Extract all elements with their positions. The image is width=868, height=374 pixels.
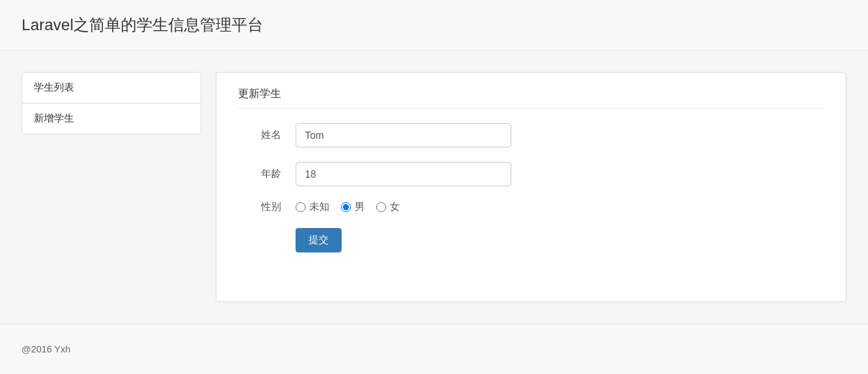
age-label: 年龄	[238, 168, 296, 181]
footer-copyright: @2016 Yxh	[22, 344, 70, 355]
gender-male-label[interactable]: 男	[341, 201, 365, 214]
name-form-group: 姓名	[238, 123, 824, 147]
gender-female-text: 女	[390, 201, 400, 214]
footer: @2016 Yxh	[0, 324, 868, 374]
form-panel: 更新学生 姓名 年龄 性别 未知 男	[216, 72, 846, 302]
gender-male-text: 男	[355, 201, 365, 214]
main-content: 学生列表 新增学生 更新学生 姓名 年龄 性别 未知	[0, 50, 868, 324]
gender-male-radio[interactable]	[341, 202, 351, 212]
name-label: 姓名	[238, 129, 296, 142]
app-title: Laravel之简单的学生信息管理平台	[22, 14, 263, 36]
gender-unknown-radio[interactable]	[296, 202, 306, 212]
panel-title: 更新学生	[238, 87, 824, 109]
name-input[interactable]	[296, 123, 511, 147]
gender-label: 性别	[238, 201, 296, 214]
gender-female-label[interactable]: 女	[376, 201, 400, 214]
sidebar-item-add-student[interactable]: 新增学生	[22, 104, 201, 134]
gender-female-radio[interactable]	[376, 202, 386, 212]
submit-button[interactable]: 提交	[296, 228, 342, 252]
gender-unknown-text: 未知	[309, 201, 329, 214]
header: Laravel之简单的学生信息管理平台	[0, 0, 868, 50]
sidebar-item-student-list[interactable]: 学生列表	[22, 73, 201, 104]
age-form-group: 年龄	[238, 162, 824, 186]
sidebar-nav: 学生列表 新增学生	[22, 72, 201, 134]
gender-radio-group: 未知 男 女	[296, 201, 400, 214]
sidebar: 学生列表 新增学生	[22, 72, 201, 302]
submit-form-group: 提交	[238, 228, 824, 252]
age-input[interactable]	[296, 162, 511, 186]
gender-unknown-label[interactable]: 未知	[296, 201, 329, 214]
gender-form-group: 性别 未知 男 女	[238, 201, 824, 214]
